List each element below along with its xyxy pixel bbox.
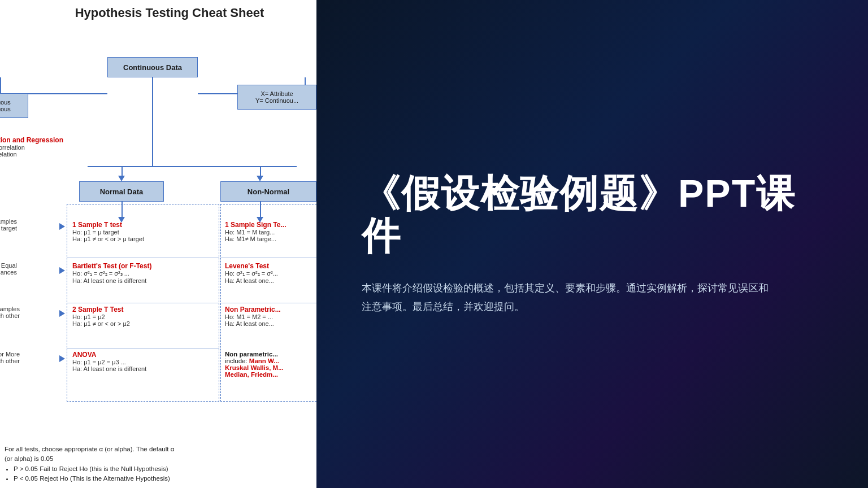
right-panel: 《假设检验例题》PPT课件 本课件将介绍假设检验的概述，包括其定义、要素和步骤。… — [316, 0, 868, 488]
levene-section: Levene's Test Ho: σ²₁ = σ²₂ = σ²... Ha: … — [225, 262, 278, 284]
continuous-data-box: Continuous Data — [107, 57, 198, 77]
main-title: 《假设检验例题》PPT课件 — [362, 172, 834, 257]
two-more-label: 2 or Moreach other — [0, 351, 20, 364]
one-sample-sign-section: 1 Sample Sign Te... Ho: M1 = M targ... H… — [225, 221, 286, 242]
non-param-include-section: Non parametric... include: Mann W... Kru… — [225, 351, 284, 378]
flowchart: Continuous Data ontinuousontinuous X= At… — [0, 26, 316, 421]
normal-data-box: Normal Data — [79, 181, 164, 202]
non-param-section: Non Parametric... Ho: M1 = M2 = ... Ha: … — [225, 306, 281, 327]
footer-note: For all tests, choose appropriate α (or … — [5, 445, 174, 483]
compare-target-label: re samplesst a target — [0, 218, 17, 232]
x-attr-box: X= AttributeY= Continuou... — [237, 85, 316, 110]
equal-var-label: t for EqualVariances — [0, 262, 17, 276]
anova-section: ANOVA Ho: μ1 = μ2 = μ3 ... Ha: At least … — [72, 351, 146, 372]
corr-reg-label: ation and Regression Correlation rrelati… — [0, 136, 63, 158]
non-normal-box: Non-Normal — [220, 181, 316, 202]
bartlett-section: Bartlett's Test (or F-Test) Ho: σ²₁ = σ²… — [72, 262, 151, 284]
two-samples-label: 2 Samplesach other — [0, 306, 20, 319]
left-panel: Hypothesis Testing Cheat Sheet Continuou… — [0, 0, 316, 488]
page-title: Hypothesis Testing Cheat Sheet — [0, 6, 316, 20]
two-sample-t-section: 2 Sample T Test Ho: μ1 = μ2 Ha: μ1 ≠ or … — [72, 306, 130, 327]
description: 本课件将介绍假设检验的概述，包括其定义、要素和步骤。通过实例解析，探讨常见误区和… — [362, 279, 769, 316]
one-sample-t-section: 1 Sample T test Ho: μ1 = μ target Ha: μ1… — [72, 221, 144, 242]
cont-cont-box: ontinuousontinuous — [0, 93, 28, 118]
